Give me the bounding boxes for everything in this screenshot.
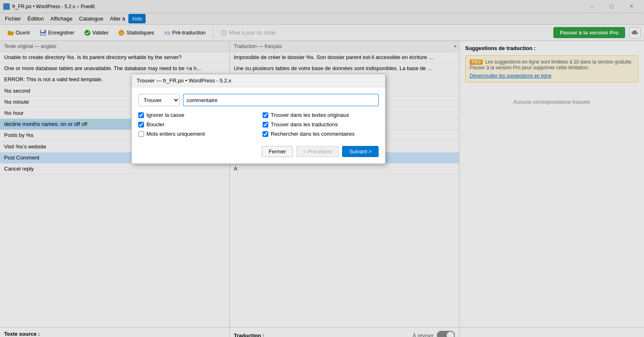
ouvrir-button[interactable]: Ouvrir <box>3 28 34 38</box>
mots-entiers-input[interactable] <box>138 131 144 137</box>
valider-button[interactable]: Valider <box>80 28 113 38</box>
title-bar: fr_FR.po • WordPress - 5.2.x – Poedit ─ … <box>0 0 644 13</box>
translation-label: Traduction : <box>234 332 264 337</box>
table-row[interactable]: Une ou plusieurs tables de votre base de… <box>230 63 459 74</box>
textes-originaux-checkbox[interactable]: Trouver dans les textes originaux <box>263 112 379 118</box>
traductions-label: Trouver dans les traductions <box>271 121 338 128</box>
menu-bar: Fichier Édition Affichage Catalogue Alle… <box>0 13 644 25</box>
precedent-button: < Précédent <box>296 146 339 157</box>
find-mode-select[interactable]: Trouver Remplacer <box>138 94 180 106</box>
boucler-label: Boucler <box>146 121 164 128</box>
panel-suggestions: Suggestions de traduction : PROLes sugge… <box>459 41 644 327</box>
table-row[interactable]: Unable to create directory %s. Is its pa… <box>0 52 229 63</box>
ignorer-casse-checkbox[interactable]: Ignorer la casse <box>138 112 254 118</box>
svg-rect-1 <box>41 30 44 32</box>
translation-panel-header: Traduction — français <box>230 41 459 52</box>
bottom-translation: Traduction : À réviser Laisser un commen… <box>230 328 459 337</box>
maximize-button[interactable]: ▢ <box>602 0 621 13</box>
cloud-button[interactable] <box>629 27 641 39</box>
boucler-checkbox[interactable]: Boucler <box>138 121 254 128</box>
dialog-title: Trouver — fr_FR.po • WordPress - 5.2.x <box>132 74 385 87</box>
app-icon <box>3 3 10 10</box>
reviser-label: À réviser <box>413 332 434 337</box>
pro-button[interactable]: Passer à la version Pro <box>553 27 625 38</box>
traductions-input[interactable] <box>263 122 268 128</box>
commentaires-checkbox[interactable]: Rechercher dans les commentaires <box>263 131 379 137</box>
minimize-button[interactable]: ─ <box>582 0 601 13</box>
window-title: fr_FR.po • WordPress - 5.2.x – Poedit <box>12 4 582 9</box>
menu-edition[interactable]: Édition <box>24 14 47 23</box>
svg-text:%: % <box>120 32 123 35</box>
window-controls: ─ ▢ ✕ <box>582 0 641 13</box>
pretraduction-button[interactable]: A 文 Pré-traduction <box>160 28 210 38</box>
dialog-body: Trouver Remplacer Ignorer la casse Trouv… <box>132 87 385 164</box>
ignorer-casse-input[interactable] <box>138 112 144 118</box>
menu-catalogue[interactable]: Catalogue <box>76 14 107 23</box>
svg-rect-2 <box>41 33 46 35</box>
svg-point-3 <box>84 30 90 36</box>
check-icon <box>84 30 91 36</box>
textes-originaux-input[interactable] <box>263 112 268 118</box>
reviser-toggle[interactable] <box>437 331 455 337</box>
commentaires-label: Rechercher dans les commentaires <box>271 131 354 137</box>
suggestions-promo: PROLes suggestions en ligne sont limitée… <box>465 55 638 82</box>
save-icon <box>40 30 46 36</box>
mise-a-jour-button[interactable]: Mise à jour du code <box>217 28 279 38</box>
source-label: Texte source : <box>4 331 225 337</box>
find-dialog: Trouver — fr_FR.po • WordPress - 5.2.x T… <box>131 74 386 164</box>
update-icon <box>221 30 227 36</box>
find-input[interactable] <box>183 94 379 106</box>
menu-aide[interactable]: Aide <box>128 14 146 23</box>
menu-affichage[interactable]: Affichage <box>47 14 76 23</box>
fermer-button[interactable]: Fermer <box>262 146 293 157</box>
translate-icon: A 文 <box>164 30 171 36</box>
suivant-button[interactable]: Suivant > <box>342 146 379 157</box>
statistiques-button[interactable]: % Statistiques <box>114 28 158 38</box>
table-row[interactable]: Impossible de créer le dossier %s. Son d… <box>230 52 459 63</box>
textes-originaux-label: Trouver dans les textes originaux <box>271 112 349 118</box>
toolbar: Ouvrir Enregistrer Valider % Statistique… <box>0 25 644 41</box>
traductions-checkbox[interactable]: Trouver dans les traductions <box>263 121 379 128</box>
translation-header-row: Traduction : À réviser <box>234 331 455 337</box>
bottom-area: Texte source : Post Comment Traduction :… <box>0 327 644 337</box>
bottom-source: Texte source : Post Comment <box>0 328 230 337</box>
promo-badge: PRO <box>470 59 483 65</box>
table-row[interactable]: A <box>230 164 459 175</box>
menu-aller-a[interactable]: Aller à <box>107 14 128 23</box>
suggestions-link[interactable]: Déverrouiller les suggestions en ligne <box>470 73 634 79</box>
folder-icon <box>7 30 14 36</box>
original-panel-header: Texte original — anglais <box>0 41 229 52</box>
cloud-icon <box>632 30 638 35</box>
promo-text: Les suggestions en ligne sont limitées à… <box>470 59 633 71</box>
mots-entiers-checkbox[interactable]: Mots entiers uniquement <box>138 131 254 137</box>
svg-text:文: 文 <box>167 31 171 35</box>
table-row[interactable]: One or more database tables are unavaila… <box>0 63 229 74</box>
no-match-text: Aucune correspondance trouvée <box>465 99 638 105</box>
commentaires-input[interactable] <box>263 131 268 137</box>
table-row[interactable]: Cancel reply <box>0 164 229 175</box>
separator <box>213 28 213 38</box>
stats-icon: % <box>118 30 125 36</box>
find-row: Trouver Remplacer <box>138 94 379 106</box>
enregistrer-button[interactable]: Enregistrer <box>36 28 78 38</box>
bottom-right: Ajouter un commentaire <box>459 328 644 337</box>
boucler-input[interactable] <box>138 122 144 128</box>
checkboxes-area: Ignorer la casse Trouver dans les textes… <box>138 112 379 137</box>
suggestions-title: Suggestions de traduction : <box>465 45 638 51</box>
ignorer-casse-label: Ignorer la casse <box>146 112 185 118</box>
menu-fichier[interactable]: Fichier <box>2 14 24 23</box>
close-button[interactable]: ✕ <box>622 0 641 13</box>
dialog-footer: Fermer < Précédent Suivant > <box>138 144 379 157</box>
scroll-up-arrow[interactable]: ▲ <box>453 43 457 48</box>
mots-entiers-label: Mots entiers uniquement <box>146 131 205 137</box>
